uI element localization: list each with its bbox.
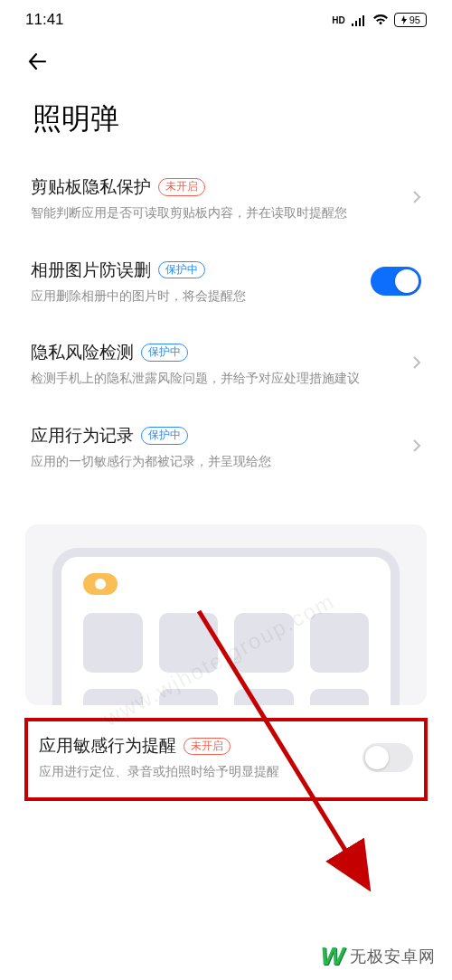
toggle-switch[interactable] [371,267,421,296]
wifi-icon [372,14,389,26]
status-badge: 保护中 [158,261,205,279]
status-badge: 保护中 [141,427,188,445]
setting-sensitive-behavior[interactable]: 应用敏感行为提醒 未开启 应用进行定位、录音或拍照时给予明显提醒 [39,734,413,781]
hd-icon: HD [332,15,344,25]
battery-level: 95 [410,14,420,25]
back-button[interactable] [25,49,51,74]
setting-title: 相册图片防误删 [31,259,151,282]
setting-app-behavior[interactable]: 应用行为记录 保护中 应用的一切敏感行为都被记录，并呈现给您 [27,406,425,489]
app-grid-mock [83,613,369,705]
settings-list: 剪贴板隐私保护 未开启 智能判断应用是否可读取剪贴板内容，并在读取时提醒您 相册… [0,157,452,488]
setting-desc: 检测手机上的隐私泄露风险问题，并给予对应处理措施建议 [31,370,403,388]
setting-privacy-risk[interactable]: 隐私风险检测 保护中 检测手机上的隐私泄露风险问题，并给予对应处理措施建议 [27,323,425,406]
chevron-right-icon [412,190,421,208]
camera-indicator-icon [83,573,118,595]
status-bar: 11:41 HD 95 [0,0,452,33]
watermark-brand: W 无极安卓网 [321,942,436,971]
signal-icon [351,14,367,26]
status-indicators: HD 95 [332,13,427,27]
phone-mockup [52,548,400,705]
setting-desc: 应用删除相册中的图片时，将会提醒您 [31,287,362,306]
setting-title: 应用敏感行为提醒 [39,734,176,758]
setting-title: 应用行为记录 [31,424,134,448]
status-badge: 保护中 [141,344,188,362]
setting-desc: 应用进行定位、录音或拍照时给予明显提醒 [39,763,353,781]
setting-title: 隐私风险检测 [31,341,134,364]
highlighted-setting: 应用敏感行为提醒 未开启 应用进行定位、录音或拍照时给予明显提醒 [24,718,428,801]
chevron-right-icon [412,355,421,373]
setting-album-protection[interactable]: 相册图片防误删 保护中 应用删除相册中的图片时，将会提醒您 [27,240,425,324]
battery-icon: 95 [394,13,427,27]
toggle-switch[interactable] [363,743,413,772]
chevron-right-icon [412,438,421,457]
header [0,33,452,74]
status-badge: 未开启 [158,178,205,196]
setting-title: 剪贴板隐私保护 [31,175,151,199]
page-title: 照明弹 [0,74,452,157]
setting-clipboard-privacy[interactable]: 剪贴板隐私保护 未开启 智能判断应用是否可读取剪贴板内容，并在读取时提醒您 [27,157,425,240]
brand-text: 无极安卓网 [350,946,436,967]
brand-logo-icon: W [321,942,344,971]
setting-desc: 智能判断应用是否可读取剪贴板内容，并在读取时提醒您 [31,204,403,222]
illustration [25,524,427,705]
status-time: 11:41 [25,11,64,29]
setting-desc: 应用的一切敏感行为都被记录，并呈现给您 [31,453,403,471]
status-badge: 未开启 [184,738,231,756]
